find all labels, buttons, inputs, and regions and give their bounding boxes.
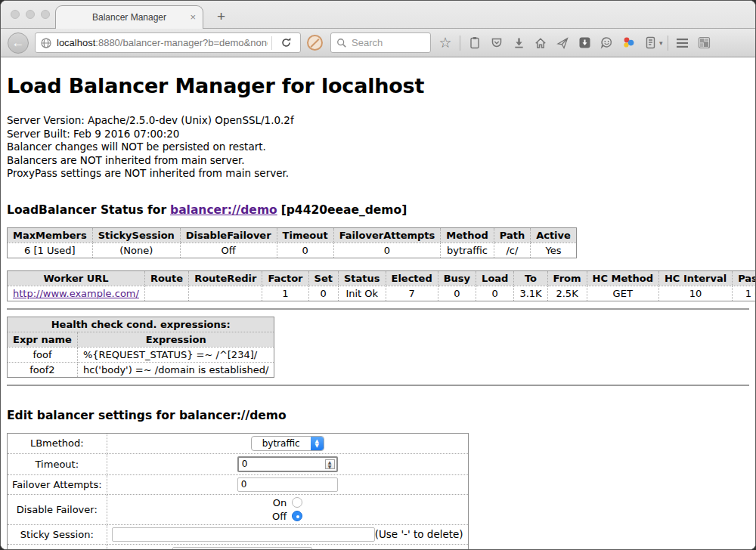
select-stepper-icon: ▲▼ bbox=[311, 437, 324, 450]
tab-bar: Balancer Manager × + bbox=[1, 1, 755, 29]
col-worker-url: Worker URL bbox=[8, 270, 145, 286]
val-set: 0 bbox=[308, 286, 338, 301]
tab-balancer-manager[interactable]: Balancer Manager × bbox=[55, 5, 203, 29]
edit-settings-heading: Edit balancer settings for balancer://de… bbox=[7, 409, 749, 422]
val-elected: 7 bbox=[386, 286, 438, 301]
toolbar-divider bbox=[668, 36, 668, 51]
loadbalancer-status-heading: LoadBalancer Status forbalancer://demo[p… bbox=[7, 203, 749, 217]
col-route: Route bbox=[144, 270, 188, 286]
col-method: Method bbox=[441, 227, 494, 243]
disable-failover-on-radio[interactable] bbox=[292, 497, 302, 508]
toolbar-icons: ☆ bbox=[435, 33, 714, 53]
pocket-icon[interactable] bbox=[487, 33, 507, 53]
col-passes: Passes bbox=[733, 270, 755, 286]
tab-title: Balancer Manager bbox=[92, 12, 166, 23]
disable-failover-label: Disable Failover: bbox=[8, 494, 107, 524]
failover-attempts-label: Failover Attempts: bbox=[8, 474, 107, 494]
expr-foof2: hc('body') =~ /domain is established/ bbox=[77, 362, 274, 377]
search-bar[interactable]: Search bbox=[330, 32, 431, 53]
worker-data-row: http://www.example.com/ 1 0 Init Ok 7 0 … bbox=[8, 286, 756, 301]
worker-url-link[interactable]: http://www.example.com/ bbox=[13, 288, 139, 299]
divider bbox=[7, 308, 749, 310]
val-maxmembers: 6 [1 Used] bbox=[8, 243, 93, 258]
val-worker-url: http://www.example.com/ bbox=[8, 286, 145, 301]
timeout-field: ▲▼ bbox=[107, 453, 468, 474]
val-disablefailover: Off bbox=[180, 243, 277, 258]
radio-off-label: Off bbox=[272, 511, 287, 522]
val-hc-interval: 10 bbox=[658, 286, 732, 301]
expr-foof: %{REQUEST_STATUS} =~ /^[234]/ bbox=[77, 347, 274, 362]
send-plane-icon[interactable] bbox=[553, 33, 572, 53]
radio-on-label: On bbox=[272, 497, 287, 508]
urlbar-divider bbox=[271, 36, 272, 50]
col-path: Path bbox=[494, 227, 530, 243]
sticky-session-input[interactable] bbox=[112, 527, 375, 542]
home-icon[interactable] bbox=[531, 33, 550, 53]
page-content: Load Balancer Manager for localhost Serv… bbox=[1, 57, 755, 550]
add-worker-field: Are you sure? bbox=[107, 544, 468, 550]
search-icon bbox=[336, 38, 347, 48]
page-title: Load Balancer Manager for localhost bbox=[7, 74, 749, 97]
sticky-session-label: Sticky Session: bbox=[8, 524, 107, 544]
url-text: localhost:8880/balancer-manager?b=demo&n… bbox=[57, 37, 268, 48]
expr-name-foof2: foof2 bbox=[8, 362, 78, 377]
val-factor: 1 bbox=[262, 286, 308, 301]
val-timeout: 0 bbox=[277, 243, 333, 258]
col-failoverattempts: FailoverAttempts bbox=[333, 227, 441, 243]
chat-smiley-icon[interactable] bbox=[596, 33, 616, 53]
reader-download-icon[interactable] bbox=[575, 33, 594, 53]
status-heading-prefix: LoadBalancer Status for bbox=[7, 203, 166, 217]
add-worker-input[interactable] bbox=[172, 547, 312, 550]
col-status: Status bbox=[338, 270, 386, 286]
new-tab-button[interactable]: + bbox=[212, 8, 230, 25]
content-blocker-icon[interactable] bbox=[307, 35, 323, 51]
number-stepper-icon[interactable]: ▲▼ bbox=[325, 459, 335, 469]
val-stickysession: (None) bbox=[92, 243, 180, 258]
disable-failover-row: Disable Failover: On Off bbox=[8, 494, 469, 524]
minimize-window-button[interactable] bbox=[26, 10, 35, 19]
disable-failover-off-radio[interactable] bbox=[292, 511, 302, 521]
val-from: 2.5K bbox=[547, 286, 587, 301]
col-busy: Busy bbox=[438, 270, 476, 286]
tab-close-icon[interactable]: × bbox=[190, 12, 196, 22]
colored-dots-icon[interactable] bbox=[618, 33, 638, 53]
col-from: From bbox=[547, 270, 587, 286]
timeout-label: Timeout: bbox=[8, 453, 107, 474]
sticky-session-hint: (Use '-' to delete) bbox=[375, 528, 463, 540]
col-routeredir: RouteRedir bbox=[189, 270, 262, 286]
expr-name-foof: foof bbox=[8, 347, 78, 362]
balancer-header-row: MaxMembers StickySession DisableFailover… bbox=[8, 227, 577, 243]
health-check-row: foof2 hc('body') =~ /domain is establish… bbox=[8, 362, 274, 377]
downloads-icon[interactable] bbox=[509, 33, 528, 53]
bookmark-star-icon[interactable]: ☆ bbox=[435, 33, 455, 53]
url-host: localhost bbox=[57, 37, 95, 48]
col-active: Active bbox=[531, 227, 577, 243]
col-elected: Elected bbox=[386, 270, 438, 286]
failover-attempts-input[interactable] bbox=[237, 477, 338, 492]
timeout-input[interactable] bbox=[237, 456, 338, 472]
back-button[interactable]: ← bbox=[8, 32, 29, 54]
edit-balancer-form: LBmethod: bytraffic▲▼ Timeout: ▲▼ Failov… bbox=[7, 433, 469, 550]
health-check-table: Health check cond. expressions: Expr nam… bbox=[7, 317, 274, 378]
worker-status-table: Worker URL Route RouteRedir Factor Set S… bbox=[7, 270, 755, 301]
overflow-caret-icon[interactable]: ▾ bbox=[659, 39, 663, 47]
toolbar-divider bbox=[460, 36, 460, 51]
col-hc-interval: HC Interval bbox=[658, 270, 732, 286]
balancer-demo-link[interactable]: balancer://demo bbox=[170, 203, 277, 217]
val-active: Yes bbox=[531, 243, 577, 258]
menu-hamburger-icon[interactable] bbox=[673, 33, 692, 53]
zoom-window-button[interactable] bbox=[41, 10, 50, 19]
clipboard-icon[interactable] bbox=[465, 33, 485, 53]
timeout-row: Timeout: ▲▼ bbox=[8, 453, 469, 474]
url-bar[interactable]: localhost:8880/balancer-manager?b=demo&n… bbox=[35, 32, 301, 53]
sticky-session-row: Sticky Session: (Use '-' to delete) bbox=[8, 524, 469, 544]
sidebar-list-icon[interactable] bbox=[640, 33, 660, 53]
search-placeholder: Search bbox=[352, 37, 383, 48]
proxypass-note-line: ProxyPass settings are NOT inherited fro… bbox=[7, 167, 749, 181]
tab-grid-icon[interactable] bbox=[695, 33, 714, 53]
lbmethod-select[interactable]: bytraffic▲▼ bbox=[251, 436, 324, 451]
reload-button[interactable] bbox=[276, 33, 296, 53]
val-to: 3.1K bbox=[514, 286, 547, 301]
col-maxmembers: MaxMembers bbox=[8, 227, 93, 243]
close-window-button[interactable] bbox=[11, 10, 20, 19]
